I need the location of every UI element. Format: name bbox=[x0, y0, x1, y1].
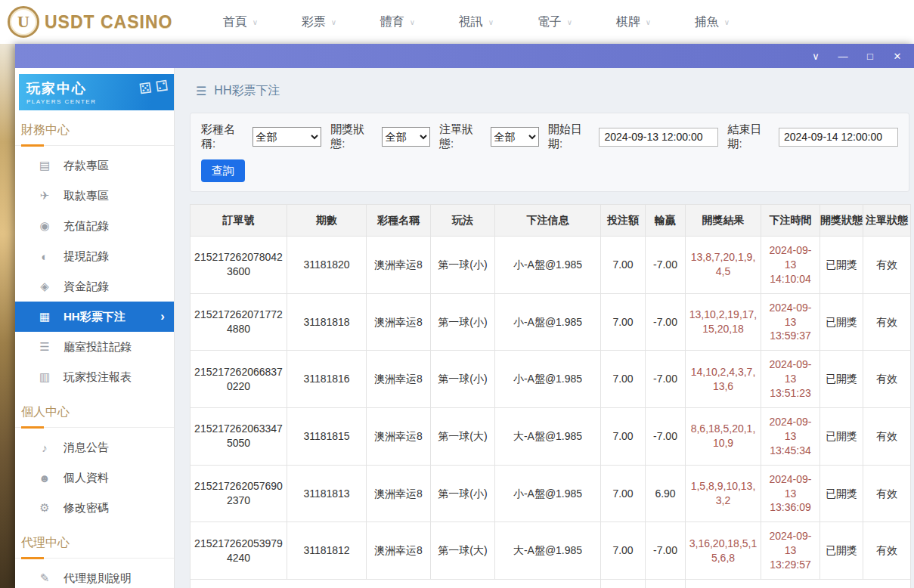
sidebar-item-label: 個人資料 bbox=[64, 471, 109, 485]
window-titlebar: ∨ — □ ✕ bbox=[15, 44, 914, 68]
cell-bet-amount: 7.00 bbox=[601, 522, 646, 580]
cell-order-status: 有效 bbox=[863, 351, 911, 408]
sidebar-item-withdraw[interactable]: ✈取款專區 bbox=[15, 181, 174, 211]
cell-period: 31181820 bbox=[287, 237, 367, 294]
cell-order-status: 有效 bbox=[863, 293, 911, 351]
cell-order-no: 2152172620668370220 bbox=[191, 351, 287, 408]
nav-item-2[interactable]: 體育∨ bbox=[358, 14, 437, 30]
cell-draw-result: 3,16,20,18,5,15,6,8 bbox=[686, 522, 761, 580]
cell-play-type: 第一球(小) bbox=[431, 237, 495, 294]
cell-play-type: 第一球(小) bbox=[431, 293, 495, 351]
chevron-down-icon: ∨ bbox=[488, 18, 494, 26]
cell-bet-amount: 7.00 bbox=[601, 237, 646, 294]
lottery-name-select[interactable]: 全部 bbox=[253, 127, 322, 147]
gear-icon: ⚙ bbox=[38, 501, 51, 515]
start-date-input[interactable] bbox=[599, 128, 718, 147]
cell-order-status: 有效 bbox=[863, 237, 911, 294]
sidebar-item-label: 充值記錄 bbox=[64, 219, 109, 234]
cell-draw-status: 已開獎 bbox=[820, 522, 863, 580]
sidebar-item-deposit[interactable]: ▤存款專區 bbox=[15, 150, 174, 181]
sidebar-item-label: 消息公告 bbox=[64, 441, 109, 455]
sidebar-item-label: 代理規則說明 bbox=[64, 571, 132, 586]
page-title-row: ☰ HH彩票下注 bbox=[196, 83, 909, 99]
start-date-label: 開始日期: bbox=[548, 122, 596, 151]
order-status-select[interactable]: 全部 bbox=[491, 127, 539, 147]
document-icon: ✎ bbox=[38, 571, 51, 585]
cell-bet-info: 大-A盤@1.985 bbox=[495, 522, 601, 580]
sidebar-item-agent-rules[interactable]: ✎代理規則說明 bbox=[15, 563, 174, 588]
cell-win-loss: -7.00 bbox=[646, 293, 686, 351]
nav-item-label: 體育 bbox=[380, 14, 404, 30]
usdt-casino-logo[interactable]: U USDT CASINO bbox=[0, 6, 175, 38]
topnav-items: 首頁∨彩票∨體育∨視訊∨電子∨棋牌∨捕魚∨ bbox=[201, 14, 751, 30]
sidebar-item-profile[interactable]: ☻個人資料 bbox=[15, 463, 174, 493]
cell-bet-amount: 7.00 bbox=[601, 465, 646, 522]
nav-item-5[interactable]: 棋牌∨ bbox=[594, 14, 673, 30]
stage: ∨ — □ ✕ 玩家中心 PLAYERS CENTER ⚄ ⚁ 財務中心▤存款專… bbox=[0, 44, 914, 588]
cell-bet-time: 2024-09-13 14:10:04 bbox=[761, 237, 820, 294]
window-minimize-icon[interactable]: — bbox=[837, 51, 849, 61]
nav-item-6[interactable]: 捕魚∨ bbox=[673, 14, 751, 30]
section-underline bbox=[21, 426, 44, 429]
sidebar-item-withdraw-record[interactable]: ◐提現記錄 bbox=[15, 241, 174, 271]
table-row: 215217262057690237031181813澳洲幸运8第一球(小)小-… bbox=[191, 465, 911, 522]
nav-item-label: 彩票 bbox=[302, 14, 326, 30]
screen: U USDT CASINO 首頁∨彩票∨體育∨視訊∨電子∨棋牌∨捕魚∨ ∨ — … bbox=[0, 0, 914, 588]
column-header-lottery-name: 彩種名稱 bbox=[367, 205, 431, 237]
sidebar-item-label: 修改密碼 bbox=[64, 501, 109, 515]
nav-item-label: 電子 bbox=[538, 14, 562, 30]
end-date-input[interactable] bbox=[779, 128, 898, 147]
sidebar-item-funds-record[interactable]: ◈資金記錄 bbox=[15, 271, 174, 302]
search-button[interactable]: 查詢 bbox=[201, 159, 245, 182]
chevron-down-icon: ∨ bbox=[253, 18, 258, 26]
window-collapse-icon[interactable]: ∨ bbox=[810, 51, 822, 61]
menu-toggle-icon[interactable]: ☰ bbox=[196, 84, 206, 98]
withdraw-icon: ✈ bbox=[38, 189, 51, 203]
chevron-down-icon: ∨ bbox=[646, 18, 651, 26]
cell-win-loss: -7.00 bbox=[646, 522, 686, 580]
sidebar-item-label: 廳室投註記錄 bbox=[64, 340, 132, 354]
lottery-bet-icon: ▦ bbox=[38, 310, 51, 323]
cell-lottery-name: 澳洲幸运8 bbox=[367, 522, 431, 580]
person-icon: ☻ bbox=[38, 472, 51, 484]
nav-item-label: 首頁 bbox=[223, 14, 247, 30]
window-body: 玩家中心 PLAYERS CENTER ⚄ ⚁ 財務中心▤存款專區✈取款專區◉充… bbox=[15, 68, 914, 588]
sidebar-item-recharge-record[interactable]: ◉充值記錄 bbox=[15, 211, 174, 241]
window-maximize-icon[interactable]: □ bbox=[864, 51, 876, 61]
sidebar-item-change-password[interactable]: ⚙修改密碼 bbox=[15, 493, 174, 523]
cell-bet-time: 2024-09-13 13:51:23 bbox=[761, 351, 820, 408]
draw-status-select[interactable]: 全部 bbox=[382, 127, 430, 147]
summary-empty-cell bbox=[686, 580, 911, 588]
sidebar-item-hh-lottery-bet[interactable]: ▦HH彩票下注› bbox=[15, 302, 174, 332]
nav-item-0[interactable]: 首頁∨ bbox=[201, 14, 280, 30]
column-header-period: 期數 bbox=[287, 205, 367, 237]
cell-bet-info: 小-A盤@1.985 bbox=[495, 465, 601, 522]
column-header-order-no: 訂單號 bbox=[191, 205, 287, 237]
sidebar-menu: 財務中心▤存款專區✈取款專區◉充值記錄◐提現記錄◈資金記錄▦HH彩票下注›☰廳室… bbox=[15, 122, 174, 588]
window-close-icon[interactable]: ✕ bbox=[891, 51, 903, 61]
cell-period: 31181816 bbox=[287, 351, 367, 408]
column-header-order-status: 注單狀態 bbox=[863, 205, 911, 237]
cell-order-status: 有效 bbox=[863, 522, 911, 580]
cell-bet-amount: 7.00 bbox=[601, 408, 646, 466]
cell-draw-result: 14,10,2,4,3,7,13,6 bbox=[686, 351, 761, 408]
chevron-right-icon: › bbox=[160, 309, 165, 324]
cell-order-no: 2152172620576902370 bbox=[191, 465, 287, 522]
cell-lottery-name: 澳洲幸运8 bbox=[367, 465, 431, 522]
cell-draw-status: 已開獎 bbox=[820, 465, 863, 522]
sidebar-item-player-bet-report[interactable]: ▥玩家投注報表 bbox=[15, 362, 174, 392]
section-underline bbox=[21, 144, 44, 147]
sidebar-item-hall-bet-record[interactable]: ☰廳室投註記錄 bbox=[15, 332, 174, 362]
page-title: HH彩票下注 bbox=[214, 83, 280, 99]
filter-panel: 彩種名稱: 全部 開獎狀態: 全部 注單狀態: 全部 bbox=[190, 113, 909, 192]
cell-period: 31181812 bbox=[287, 522, 367, 580]
nav-item-1[interactable]: 彩票∨ bbox=[280, 14, 358, 30]
cell-play-type: 第一球(小) bbox=[431, 465, 495, 522]
cell-draw-result: 13,10,2,19,17,15,20,18 bbox=[686, 293, 761, 351]
top-navbar: U USDT CASINO 首頁∨彩票∨體育∨視訊∨電子∨棋牌∨捕魚∨ bbox=[0, 0, 914, 44]
sidebar-item-announcements[interactable]: ♪消息公告 bbox=[15, 432, 174, 463]
nav-item-3[interactable]: 視訊∨ bbox=[437, 14, 516, 30]
nav-item-4[interactable]: 電子∨ bbox=[516, 14, 594, 30]
sidebar: 玩家中心 PLAYERS CENTER ⚄ ⚁ 財務中心▤存款專區✈取款專區◉充… bbox=[15, 68, 175, 588]
chevron-down-icon: ∨ bbox=[724, 18, 730, 26]
